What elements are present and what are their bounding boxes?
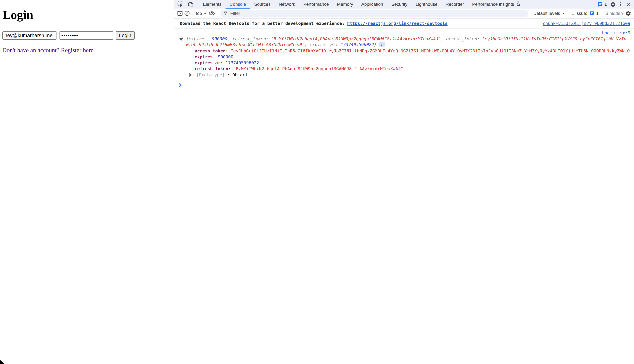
tab-memory[interactable]: Memory xyxy=(333,0,357,8)
tab-security[interactable]: Security xyxy=(387,0,412,8)
tab-application[interactable]: Application xyxy=(357,0,387,8)
web-page: Login Login Don't have an account? Regis… xyxy=(0,0,174,364)
devtools-tabbar-right: 1 xyxy=(596,0,634,8)
log-levels-selector[interactable]: Default levels xyxy=(531,11,566,16)
chevron-down-icon xyxy=(204,13,206,14)
flask-icon xyxy=(516,1,521,8)
console-prompt-chevron-icon xyxy=(178,83,182,88)
property-row-expires-at[interactable]: expires_at: 1737405596022 xyxy=(186,60,630,66)
issues-count: 1 xyxy=(604,2,607,7)
context-selector[interactable]: top xyxy=(194,11,208,16)
source-link-login-jsx[interactable]: Login.jsx:9 xyxy=(602,30,630,35)
settings-gear-icon[interactable] xyxy=(610,1,616,8)
collapse-object-arrow[interactable] xyxy=(180,38,183,41)
toolbar-divider xyxy=(192,10,192,16)
object-preview[interactable]: {expires: 900000, refresh_token: 'BzMYiI… xyxy=(186,36,630,48)
prototype-row[interactable]: [[Prototype]]: Object xyxy=(186,72,630,78)
toolbar-divider xyxy=(568,10,568,16)
expand-prototype-arrow[interactable] xyxy=(190,73,192,77)
console-sidebar-icon[interactable] xyxy=(176,10,184,17)
log-levels-label: Default levels xyxy=(533,11,560,16)
console-filter-input[interactable]: Filter xyxy=(220,10,528,17)
tab-performance-insights-label: Performance insights xyxy=(472,2,514,7)
live-expression-eye-icon[interactable] xyxy=(208,10,215,17)
tab-performance-insights[interactable]: Performance insights xyxy=(468,0,525,8)
react-devtools-message-text: Download the React DevTools for a better… xyxy=(180,21,347,26)
password-field[interactable] xyxy=(59,32,114,40)
filter-funnel-icon xyxy=(223,11,228,16)
register-link[interactable]: Don't have an account? Register here xyxy=(2,47,94,54)
source-link-chunk[interactable]: chunk–VIJJTZRL.js?v=960bd321:21609 xyxy=(535,21,630,26)
chevron-down-icon xyxy=(562,13,565,14)
issues-counter[interactable]: 1 xyxy=(596,2,609,7)
close-devtools-icon[interactable] xyxy=(625,1,632,8)
filter-placeholder: Filter xyxy=(230,11,240,16)
screen: Login Login Don't have an account? Regis… xyxy=(0,0,634,364)
tab-lighthouse[interactable]: Lighthouse xyxy=(412,0,442,8)
toolbar-issues-count: 1 xyxy=(596,11,599,16)
console-prompt[interactable] xyxy=(174,80,634,89)
tab-network[interactable]: Network xyxy=(274,0,299,8)
mouse-cursor xyxy=(0,360,5,364)
email-field[interactable] xyxy=(2,32,57,40)
hidden-messages-label: 3 hidden xyxy=(604,11,625,16)
console-toolbar: top Filter Default levels xyxy=(174,8,634,18)
tab-sources[interactable]: Sources xyxy=(250,0,274,8)
info-badge-icon: i xyxy=(378,42,385,47)
inspect-element-icon[interactable] xyxy=(177,1,184,8)
login-button[interactable]: Login xyxy=(116,31,134,40)
toolbar-divider xyxy=(217,10,217,16)
issues-label: 1 Issue: xyxy=(572,11,587,16)
tab-console[interactable]: Console xyxy=(226,0,250,8)
issues-bubble-icon xyxy=(589,11,594,16)
devtools-main-icons xyxy=(174,0,196,8)
console-message-object-log: Login.jsx:9 {expires: 900000, refresh_to… xyxy=(174,29,634,80)
kebab-menu-icon[interactable] xyxy=(617,1,624,8)
devtools-tabs: Elements Console Sources Network Perform… xyxy=(199,0,525,8)
tab-performance[interactable]: Performance xyxy=(299,0,333,8)
device-toolbar-icon[interactable] xyxy=(187,1,194,8)
devtools-tabbar: Elements Console Sources Network Perform… xyxy=(174,0,634,8)
devtools-panel: Elements Console Sources Network Perform… xyxy=(174,0,634,364)
object-properties: access_token: "eyJhbGciOiJIUzI1NiIsInR5c… xyxy=(186,48,630,78)
console-message-react-devtools: Download the React DevTools for a better… xyxy=(174,18,634,29)
tab-elements[interactable]: Elements xyxy=(199,0,226,8)
toolbar-divider xyxy=(602,10,602,16)
toolbar-issues[interactable]: 1 Issue: 1 xyxy=(570,11,600,16)
property-row-refresh-token[interactable]: refresh_token: "BzMYiIWUxK2cbgofAjPbAnut… xyxy=(186,66,630,72)
property-row-expires[interactable]: expires: 900000 xyxy=(186,54,630,60)
login-form: Login xyxy=(2,31,174,40)
tab-recorder[interactable]: Recorder xyxy=(442,0,468,8)
console-settings-gear-icon[interactable] xyxy=(625,10,632,17)
react-devtools-link[interactable]: https://reactjs.org/link/react-devtools xyxy=(347,21,448,26)
context-selector-label: top xyxy=(196,11,202,16)
property-row-access-token[interactable]: access_token: "eyJhbGciOiJIUzI1NiIsInR5c… xyxy=(186,48,630,54)
tabbar-divider xyxy=(197,2,197,7)
clear-console-icon[interactable] xyxy=(184,10,190,17)
page-title: Login xyxy=(2,8,174,22)
issues-bubble-icon xyxy=(597,2,603,7)
console-output: Download the React DevTools for a better… xyxy=(174,18,634,364)
